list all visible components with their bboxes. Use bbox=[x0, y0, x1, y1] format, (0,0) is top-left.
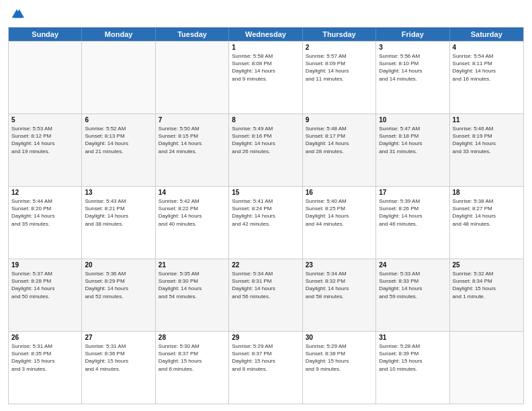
cell-info: Sunrise: 5:38 AMSunset: 8:27 PMDaylight:… bbox=[453, 197, 521, 228]
cell-info: Sunrise: 5:50 AMSunset: 8:15 PMDaylight:… bbox=[159, 125, 226, 155]
cell-day-number: 7 bbox=[159, 116, 226, 124]
cal-cell-1-2 bbox=[82, 42, 155, 113]
header-day-friday: Friday bbox=[376, 28, 449, 41]
cal-cell-5-3: 28Sunrise: 5:30 AMSunset: 8:37 PMDayligh… bbox=[156, 332, 229, 404]
cal-cell-2-5: 9Sunrise: 5:48 AMSunset: 8:17 PMDaylight… bbox=[303, 114, 376, 186]
cell-info: Sunrise: 5:31 AMSunset: 8:36 PMDaylight:… bbox=[85, 342, 152, 373]
cell-info: Sunrise: 5:43 AMSunset: 8:21 PMDaylight:… bbox=[85, 197, 152, 228]
cell-day-number: 31 bbox=[379, 334, 446, 341]
cell-info: Sunrise: 5:37 AMSunset: 8:28 PMDaylight:… bbox=[11, 270, 79, 300]
calendar-body: 1Sunrise: 5:58 AMSunset: 8:08 PMDaylight… bbox=[9, 41, 523, 404]
cell-info: Sunrise: 5:56 AMSunset: 8:10 PMDaylight:… bbox=[379, 52, 446, 83]
cal-cell-4-4: 22Sunrise: 5:34 AMSunset: 8:31 PMDayligh… bbox=[229, 259, 302, 331]
cell-day-number: 13 bbox=[85, 189, 152, 196]
cell-day-number: 15 bbox=[232, 189, 299, 196]
cell-info: Sunrise: 5:44 AMSunset: 8:20 PMDaylight:… bbox=[11, 197, 79, 228]
cell-info: Sunrise: 5:46 AMSunset: 8:19 PMDaylight:… bbox=[453, 125, 521, 155]
calendar-row-3: 12Sunrise: 5:44 AMSunset: 8:20 PMDayligh… bbox=[9, 186, 523, 259]
cell-info: Sunrise: 5:52 AMSunset: 8:13 PMDaylight:… bbox=[85, 125, 152, 155]
cell-info: Sunrise: 5:31 AMSunset: 8:35 PMDaylight:… bbox=[11, 342, 79, 373]
cell-day-number: 30 bbox=[306, 334, 373, 341]
cell-day-number: 11 bbox=[453, 116, 521, 124]
cal-cell-2-1: 5Sunrise: 5:53 AMSunset: 8:12 PMDaylight… bbox=[9, 114, 82, 186]
cell-day-number: 23 bbox=[306, 261, 373, 269]
cell-day-number: 21 bbox=[159, 261, 226, 269]
cell-info: Sunrise: 5:29 AMSunset: 8:38 PMDaylight:… bbox=[306, 342, 373, 373]
cell-info: Sunrise: 5:28 AMSunset: 8:39 PMDaylight:… bbox=[379, 342, 446, 373]
cal-cell-1-6: 3Sunrise: 5:56 AMSunset: 8:10 PMDaylight… bbox=[376, 42, 449, 113]
cal-cell-5-2: 27Sunrise: 5:31 AMSunset: 8:36 PMDayligh… bbox=[82, 332, 155, 404]
cell-info: Sunrise: 5:47 AMSunset: 8:18 PMDaylight:… bbox=[379, 125, 446, 155]
cell-info: Sunrise: 5:29 AMSunset: 8:37 PMDaylight:… bbox=[232, 342, 299, 373]
header-day-sunday: Sunday bbox=[9, 28, 82, 41]
cell-day-number: 27 bbox=[85, 334, 152, 341]
cal-cell-1-7: 4Sunrise: 5:54 AMSunset: 8:11 PMDaylight… bbox=[450, 42, 523, 113]
cell-day-number: 4 bbox=[453, 44, 521, 51]
cal-cell-3-2: 13Sunrise: 5:43 AMSunset: 8:21 PMDayligh… bbox=[82, 187, 155, 259]
calendar-row-4: 19Sunrise: 5:37 AMSunset: 8:28 PMDayligh… bbox=[9, 259, 523, 331]
cal-cell-3-5: 16Sunrise: 5:40 AMSunset: 8:25 PMDayligh… bbox=[303, 187, 376, 259]
cell-info: Sunrise: 5:36 AMSunset: 8:29 PMDaylight:… bbox=[85, 270, 152, 300]
cal-cell-5-6: 31Sunrise: 5:28 AMSunset: 8:39 PMDayligh… bbox=[376, 332, 449, 404]
header-day-tuesday: Tuesday bbox=[156, 28, 229, 41]
cal-cell-5-7 bbox=[450, 332, 523, 404]
cal-cell-4-2: 20Sunrise: 5:36 AMSunset: 8:29 PMDayligh… bbox=[82, 259, 155, 331]
cal-cell-3-6: 17Sunrise: 5:39 AMSunset: 8:26 PMDayligh… bbox=[376, 187, 449, 259]
cal-cell-1-4: 1Sunrise: 5:58 AMSunset: 8:08 PMDaylight… bbox=[229, 42, 302, 113]
header bbox=[8, 7, 524, 21]
cal-cell-4-6: 24Sunrise: 5:33 AMSunset: 8:33 PMDayligh… bbox=[376, 259, 449, 331]
cell-info: Sunrise: 5:42 AMSunset: 8:22 PMDaylight:… bbox=[159, 197, 226, 228]
header-day-monday: Monday bbox=[82, 28, 155, 41]
logo bbox=[8, 7, 24, 21]
cell-day-number: 3 bbox=[379, 44, 446, 51]
cell-info: Sunrise: 5:32 AMSunset: 8:34 PMDaylight:… bbox=[453, 270, 521, 300]
cell-day-number: 17 bbox=[379, 189, 446, 196]
cal-cell-1-5: 2Sunrise: 5:57 AMSunset: 8:09 PMDaylight… bbox=[303, 42, 376, 113]
cell-info: Sunrise: 5:54 AMSunset: 8:11 PMDaylight:… bbox=[453, 52, 521, 83]
cal-cell-1-1 bbox=[9, 42, 82, 113]
cell-day-number: 14 bbox=[159, 189, 226, 196]
cell-day-number: 12 bbox=[11, 189, 79, 196]
header-day-thursday: Thursday bbox=[303, 28, 376, 41]
cell-day-number: 28 bbox=[159, 334, 226, 341]
cal-cell-3-3: 14Sunrise: 5:42 AMSunset: 8:22 PMDayligh… bbox=[156, 187, 229, 259]
cell-info: Sunrise: 5:33 AMSunset: 8:33 PMDaylight:… bbox=[379, 270, 446, 300]
cell-day-number: 1 bbox=[232, 44, 299, 51]
cell-day-number: 18 bbox=[453, 189, 521, 196]
cell-day-number: 5 bbox=[11, 116, 79, 124]
cal-cell-1-3 bbox=[156, 42, 229, 113]
cal-cell-2-2: 6Sunrise: 5:52 AMSunset: 8:13 PMDaylight… bbox=[82, 114, 155, 186]
cell-day-number: 20 bbox=[85, 261, 152, 269]
cal-cell-2-6: 10Sunrise: 5:47 AMSunset: 8:18 PMDayligh… bbox=[376, 114, 449, 186]
cal-cell-3-1: 12Sunrise: 5:44 AMSunset: 8:20 PMDayligh… bbox=[9, 187, 82, 259]
cell-info: Sunrise: 5:53 AMSunset: 8:12 PMDaylight:… bbox=[11, 125, 79, 155]
cal-cell-4-7: 25Sunrise: 5:32 AMSunset: 8:34 PMDayligh… bbox=[450, 259, 523, 331]
header-day-saturday: Saturday bbox=[450, 28, 523, 41]
cell-info: Sunrise: 5:35 AMSunset: 8:30 PMDaylight:… bbox=[159, 270, 226, 300]
cal-cell-3-7: 18Sunrise: 5:38 AMSunset: 8:27 PMDayligh… bbox=[450, 187, 523, 259]
calendar-row-1: 1Sunrise: 5:58 AMSunset: 8:08 PMDaylight… bbox=[9, 41, 523, 113]
cell-day-number: 25 bbox=[453, 261, 521, 269]
cell-day-number: 24 bbox=[379, 261, 446, 269]
cell-day-number: 8 bbox=[232, 116, 299, 124]
cell-info: Sunrise: 5:30 AMSunset: 8:37 PMDaylight:… bbox=[159, 342, 226, 373]
cell-day-number: 9 bbox=[306, 116, 373, 124]
cell-day-number: 6 bbox=[85, 116, 152, 124]
cal-cell-2-3: 7Sunrise: 5:50 AMSunset: 8:15 PMDaylight… bbox=[156, 114, 229, 186]
cell-info: Sunrise: 5:34 AMSunset: 8:32 PMDaylight:… bbox=[306, 270, 373, 300]
cell-info: Sunrise: 5:34 AMSunset: 8:31 PMDaylight:… bbox=[232, 270, 299, 300]
cell-day-number: 22 bbox=[232, 261, 299, 269]
cell-day-number: 16 bbox=[306, 189, 373, 196]
cal-cell-2-7: 11Sunrise: 5:46 AMSunset: 8:19 PMDayligh… bbox=[450, 114, 523, 186]
cal-cell-5-4: 29Sunrise: 5:29 AMSunset: 8:37 PMDayligh… bbox=[229, 332, 302, 404]
cell-info: Sunrise: 5:49 AMSunset: 8:16 PMDaylight:… bbox=[232, 125, 299, 155]
cell-day-number: 19 bbox=[11, 261, 79, 269]
cal-cell-4-1: 19Sunrise: 5:37 AMSunset: 8:28 PMDayligh… bbox=[9, 259, 82, 331]
calendar-header: SundayMondayTuesdayWednesdayThursdayFrid… bbox=[9, 28, 523, 41]
cal-cell-4-5: 23Sunrise: 5:34 AMSunset: 8:32 PMDayligh… bbox=[303, 259, 376, 331]
cell-day-number: 10 bbox=[379, 116, 446, 124]
cell-info: Sunrise: 5:57 AMSunset: 8:09 PMDaylight:… bbox=[306, 52, 373, 83]
header-day-wednesday: Wednesday bbox=[229, 28, 302, 41]
logo-icon bbox=[9, 7, 24, 21]
cal-cell-2-4: 8Sunrise: 5:49 AMSunset: 8:16 PMDaylight… bbox=[229, 114, 302, 186]
